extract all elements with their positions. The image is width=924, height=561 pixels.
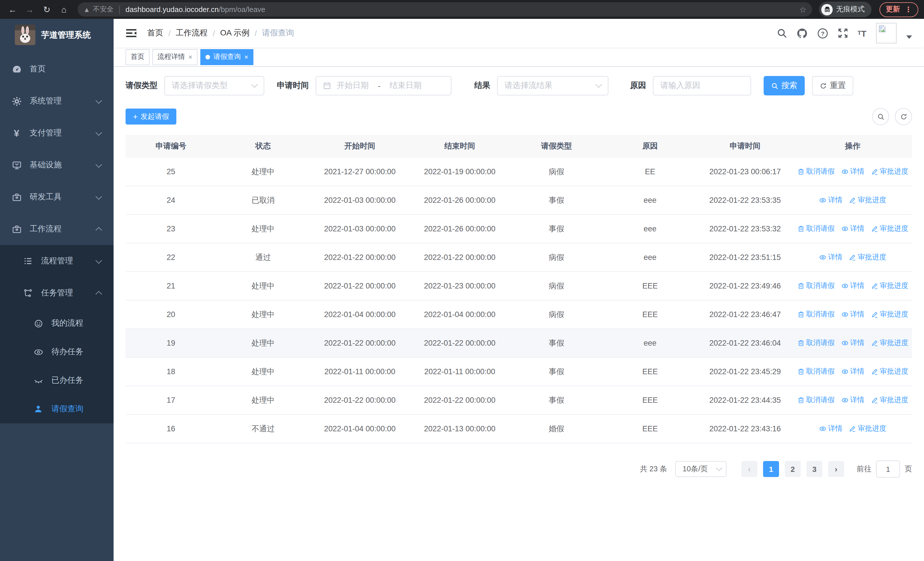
sidebar-item-infra[interactable]: 基础设施	[0, 149, 114, 181]
bookmark-star-icon[interactable]: ☆	[799, 5, 806, 14]
address-bar[interactable]: ▲ 不安全 dashboard.yudao.iocoder.cn/bpm/oa/…	[78, 2, 812, 17]
cell-reason: eee	[603, 196, 697, 205]
github-icon[interactable]	[796, 28, 807, 39]
detail-link[interactable]: 详情	[841, 338, 864, 348]
cancel-leave-link[interactable]: 取消请假	[797, 338, 835, 348]
back-icon[interactable]: ←	[6, 3, 20, 16]
eye-icon	[33, 347, 44, 357]
detail-link[interactable]: 详情	[819, 424, 842, 434]
detail-link[interactable]: 详情	[841, 167, 864, 176]
approval-progress-link[interactable]: 审批进度	[871, 310, 908, 319]
eye-sm-icon	[841, 311, 848, 318]
approval-progress-link[interactable]: 审批进度	[871, 224, 908, 234]
table-search-toggle-icon[interactable]	[872, 108, 889, 125]
next-page-icon[interactable]: ›	[828, 461, 844, 477]
sidebar-item-workflow[interactable]: 工作流程	[0, 213, 114, 245]
sidebar-item-process-mgmt[interactable]: 流程管理	[0, 245, 114, 277]
sidebar-item-label: 请假查询	[51, 404, 83, 414]
sidebar-collapse-icon[interactable]	[126, 27, 137, 39]
cancel-leave-link[interactable]: 取消请假	[797, 396, 835, 405]
create-leave-button[interactable]: + 发起请假	[126, 108, 176, 125]
detail-link[interactable]: 详情	[841, 281, 864, 291]
leave-type-select[interactable]: 请选择请假类型	[164, 76, 264, 95]
close-icon[interactable]: ×	[244, 53, 248, 61]
cancel-leave-link[interactable]: 取消请假	[797, 310, 835, 319]
approval-progress-link[interactable]: 审批进度	[871, 367, 908, 376]
action-label: 审批进度	[858, 424, 886, 434]
breadcrumb-item[interactable]: 首页	[147, 28, 163, 38]
goto-page-input[interactable]: 1	[876, 460, 900, 478]
cancel-leave-link[interactable]: 取消请假	[797, 224, 835, 234]
chevron-down-icon	[96, 193, 102, 200]
sidebar-item-my-process[interactable]: 我的流程	[0, 309, 114, 338]
fullscreen-icon[interactable]	[837, 28, 848, 38]
close-icon[interactable]: ×	[188, 53, 192, 61]
page-button-3[interactable]: 3	[806, 461, 822, 477]
tab-请假查询[interactable]: 请假查询×	[200, 49, 254, 65]
approval-progress-link[interactable]: 审批进度	[871, 281, 908, 291]
filter-form: 请假类型 请选择请假类型 申请时间 开始日期 - 结束日期 结果 请选择流结果	[126, 76, 912, 95]
reload-icon[interactable]: ↻	[40, 3, 54, 16]
cell-apply: 2022-01-22 23:53:35	[697, 196, 793, 205]
sidebar-item-home[interactable]: 首页	[0, 53, 114, 85]
detail-link[interactable]: 详情	[841, 367, 864, 376]
page-button-1[interactable]: 1	[763, 461, 779, 477]
approval-progress-link[interactable]: 审批进度	[871, 167, 908, 176]
app-logo	[15, 24, 35, 45]
approval-progress-link[interactable]: 审批进度	[849, 196, 886, 205]
avatar-caret-icon[interactable]	[906, 35, 912, 39]
column-header: 开始时间	[310, 141, 410, 151]
breadcrumb-item[interactable]: OA 示例	[220, 28, 250, 38]
cancel-leave-link[interactable]: 取消请假	[797, 367, 835, 376]
sidebar-item-leave-query[interactable]: 请假查询	[0, 395, 114, 423]
breadcrumb-item[interactable]: 工作流程	[176, 28, 208, 38]
sidebar-item-system[interactable]: 系统管理	[0, 85, 114, 117]
approval-progress-link[interactable]: 审批进度	[849, 253, 886, 262]
home-icon[interactable]: ⌂	[57, 3, 71, 16]
result-select[interactable]: 请选择流结果	[497, 76, 608, 95]
cancel-leave-link[interactable]: 取消请假	[797, 281, 835, 291]
approval-progress-link[interactable]: 审批进度	[849, 424, 886, 434]
tab-首页[interactable]: 首页	[126, 49, 150, 65]
pen-icon	[871, 168, 878, 175]
reason-input[interactable]: 请输入原因	[653, 76, 751, 95]
detail-link[interactable]: 详情	[841, 224, 864, 234]
app-logo-row[interactable]: 芋道管理系统	[0, 19, 114, 51]
approval-progress-link[interactable]: 审批进度	[871, 396, 908, 405]
cancel-leave-link[interactable]: 取消请假	[797, 167, 835, 176]
header-search-icon[interactable]	[777, 28, 787, 38]
search-button[interactable]: 搜索	[764, 76, 805, 95]
page-button-2[interactable]: 2	[785, 461, 801, 477]
page-size-select[interactable]: 10条/页	[675, 461, 726, 477]
sidebar-item-task-mgmt[interactable]: 任务管理	[0, 277, 114, 309]
sidebar-item-devtool[interactable]: 研发工具	[0, 181, 114, 213]
help-icon[interactable]: ?	[817, 28, 828, 39]
forward-icon[interactable]: →	[23, 3, 36, 16]
approval-progress-link[interactable]: 审批进度	[871, 338, 908, 348]
pen-icon	[849, 425, 856, 432]
browser-update-button[interactable]: 更新 ⋮	[879, 2, 918, 17]
cell-status: 处理中	[216, 309, 310, 320]
cell-apply: 2022-01-22 23:53:32	[697, 224, 793, 233]
cell-status: 处理中	[216, 367, 310, 377]
avatar[interactable]	[876, 23, 897, 44]
detail-link[interactable]: 详情	[819, 253, 842, 262]
browser-menu-icon[interactable]: ⋮	[904, 6, 912, 13]
apply-time-range-picker[interactable]: 开始日期 - 结束日期	[316, 76, 452, 95]
action-label: 详情	[850, 167, 864, 176]
sidebar-item-pay[interactable]: ¥支付管理	[0, 117, 114, 149]
cell-start: 2022-01-04 00:00:00	[310, 310, 410, 319]
eye-sm-icon	[841, 339, 848, 347]
reset-button[interactable]: 重置	[812, 76, 853, 95]
tab-流程详情[interactable]: 流程详情×	[152, 49, 198, 65]
detail-link[interactable]: 详情	[841, 396, 864, 405]
security-warning[interactable]: ▲ 不安全	[83, 5, 114, 14]
trash-icon	[797, 225, 804, 233]
sidebar-item-todo-task[interactable]: 待办任务	[0, 338, 114, 366]
prev-page-icon[interactable]: ‹	[741, 461, 758, 477]
detail-link[interactable]: 详情	[819, 196, 842, 205]
sidebar-item-done-task[interactable]: 已办任务	[0, 366, 114, 395]
table-refresh-icon[interactable]	[895, 108, 912, 125]
font-size-icon[interactable]: TT	[858, 29, 866, 38]
detail-link[interactable]: 详情	[841, 310, 864, 319]
